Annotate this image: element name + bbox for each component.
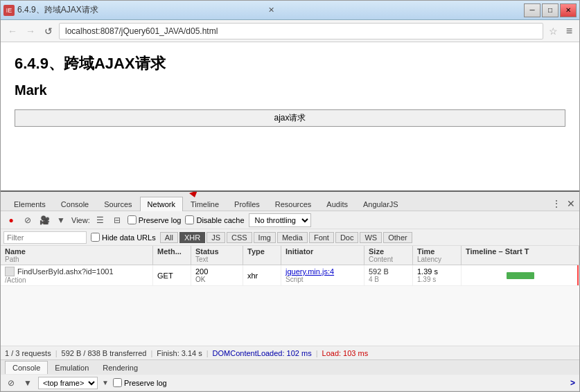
devtools-close-icon[interactable]: ✕ <box>565 197 577 211</box>
preserve-log-label: Preserve log <box>139 216 182 224</box>
console-tab-emulation[interactable]: Emulation <box>48 362 96 374</box>
th-method: Meth... <box>153 246 191 265</box>
console-preserve-log-input[interactable] <box>113 378 122 387</box>
devtools-panel: Elements Console Sources Network Timelin… <box>1 190 579 391</box>
minimize-button[interactable]: ─ <box>524 3 541 17</box>
stop-icon[interactable]: ⊘ <box>21 214 34 226</box>
timeline-bar <box>507 272 534 279</box>
size-content: 592 B <box>369 267 408 276</box>
detail-view-icon[interactable]: ⊟ <box>111 214 123 226</box>
throttle-select[interactable]: No throttling <box>249 213 311 227</box>
disable-cache-input[interactable] <box>185 215 194 224</box>
filter-icon[interactable]: ▼ <box>55 214 67 226</box>
request-path: /Action <box>5 276 148 284</box>
th-size: Size Content <box>364 246 413 265</box>
view-label: View: <box>71 216 90 224</box>
finish-time: Finish: 3.14 s <box>157 349 202 357</box>
titlebar: IE 6.4.9、跨域AJAX请求 ✕ ─ □ ✕ <box>1 1 579 20</box>
tab-elements[interactable]: Elements <box>6 197 53 211</box>
th-status: Status Text <box>191 246 243 265</box>
network-table: Name Path Meth... Status Text Type Initi… <box>1 246 579 346</box>
console-preserve-log-label: Preserve log <box>124 379 167 387</box>
tab-sources[interactable]: Sources <box>96 197 139 211</box>
console-stop-icon[interactable]: ⊘ <box>5 377 17 389</box>
filter-tab-other[interactable]: Other <box>383 232 412 243</box>
filter-input[interactable] <box>3 231 87 244</box>
preserve-log-input[interactable] <box>128 215 137 224</box>
hide-data-urls-label: Hide data URLs <box>102 233 156 242</box>
forward-button[interactable]: → <box>23 24 38 39</box>
status-code: 200 <box>195 267 238 276</box>
th-time: Time Latency <box>413 246 462 265</box>
record-icon[interactable]: ● <box>5 214 17 226</box>
th-initiator: Initiator <box>281 246 364 265</box>
console-tab-rendering[interactable]: Rendering <box>96 362 145 374</box>
timeline-red-line <box>577 265 579 285</box>
th-name: Name Path <box>1 246 153 265</box>
tab-profiles[interactable]: Profiles <box>227 197 267 211</box>
preserve-log-check[interactable]: Preserve log <box>128 215 182 224</box>
filter-tab-ws[interactable]: WS <box>360 232 382 243</box>
devtools-more-icon[interactable]: ⋮ <box>550 197 563 211</box>
tab-angularjs[interactable]: AngularJS <box>355 197 406 211</box>
hide-data-urls-input[interactable] <box>91 233 100 242</box>
filter-tab-doc[interactable]: Doc <box>335 232 359 243</box>
filter-tab-media[interactable]: Media <box>277 232 308 243</box>
devtools-inner: Elements Console Sources Network Timelin… <box>1 192 579 391</box>
list-view-icon[interactable]: ☰ <box>94 214 107 226</box>
ajax-request-button[interactable]: ajax请求 <box>15 109 565 127</box>
browser-toolbar: ← → ↺ ☆ ≡ <box>1 20 579 42</box>
tab-audits[interactable]: Audits <box>319 197 355 211</box>
camera-icon[interactable]: 🎥 <box>38 214 51 226</box>
frame-arrow[interactable]: ▼ <box>102 379 109 386</box>
td-initiator: jquery.min.js:4 Script <box>281 265 364 285</box>
network-status-bar: 1 / 3 requests | 592 B / 838 B transferr… <box>1 346 579 359</box>
bytes-transferred: 592 B / 838 B transferred <box>62 349 147 357</box>
request-filename: FindUserById.ashx?id=1001 <box>17 267 114 276</box>
dom-content-loaded: DOMContentLoaded: 102 ms <box>213 349 312 357</box>
console-preserve-log[interactable]: Preserve log <box>113 378 167 387</box>
tab-resources[interactable]: Resources <box>267 197 319 211</box>
close-button[interactable]: ✕ <box>560 3 577 17</box>
bookmark-icon[interactable]: ☆ <box>546 26 561 37</box>
console-prompt[interactable]: > <box>570 378 575 388</box>
filter-type-tabs: All XHR JS CSS Img Media Font Doc WS Oth… <box>160 232 412 243</box>
refresh-button[interactable]: ↺ <box>41 24 56 39</box>
table-row[interactable]: FindUserById.ashx?id=1001 /Action GET 20… <box>1 265 579 286</box>
time-latency: 1.39 s <box>417 267 457 276</box>
td-time: 1.39 s 1.39 s <box>413 265 462 285</box>
td-timeline <box>462 265 579 285</box>
address-bar[interactable] <box>59 23 543 39</box>
filter-tab-font[interactable]: Font <box>309 232 334 243</box>
td-size: 592 B 4 B <box>364 265 413 285</box>
devtools-icon-area: ⋮ ✕ <box>550 197 579 211</box>
menu-icon[interactable]: ≡ <box>563 25 575 37</box>
filter-row: Hide data URLs All XHR JS CSS Img Media … <box>1 229 579 246</box>
filter-tab-css[interactable]: CSS <box>227 232 252 243</box>
td-method: GET <box>153 265 191 285</box>
maximize-button[interactable]: □ <box>542 3 559 17</box>
hide-data-urls-check[interactable]: Hide data URLs <box>91 233 156 242</box>
page-subtitle: Mark <box>15 82 565 98</box>
tab-console[interactable]: Console <box>53 197 96 211</box>
tab-close[interactable]: ✕ <box>268 6 519 15</box>
window-controls: ─ □ ✕ <box>524 3 577 17</box>
back-button[interactable]: ← <box>5 24 20 39</box>
console-filter-icon[interactable]: ▼ <box>21 377 34 389</box>
td-type: xhr <box>243 265 281 285</box>
filter-tab-all[interactable]: All <box>160 232 178 243</box>
th-timeline: Timeline – Start T <box>462 246 579 265</box>
initiator-link[interactable]: jquery.min.js:4 <box>285 267 360 276</box>
page-title: 6.4.9、跨域AJAX请求 <box>15 53 565 74</box>
filter-tab-img[interactable]: Img <box>254 232 276 243</box>
disable-cache-check[interactable]: Disable cache <box>185 215 244 224</box>
console-tab-console[interactable]: Console <box>5 361 48 374</box>
tab-network[interactable]: Network <box>140 197 183 211</box>
console-toolbar: ⊘ ▼ <top frame> ▼ Preserve log > <box>1 375 579 391</box>
tab-timeline[interactable]: Timeline <box>183 197 227 211</box>
frame-select[interactable]: <top frame> <box>38 377 98 389</box>
disable-cache-label: Disable cache <box>196 216 244 224</box>
filter-tab-xhr[interactable]: XHR <box>179 232 205 243</box>
browser-window: IE 6.4.9、跨域AJAX请求 ✕ ─ □ ✕ ← → ↺ ☆ ≡ 6.4.… <box>0 0 580 392</box>
filter-tab-js[interactable]: JS <box>206 232 225 243</box>
